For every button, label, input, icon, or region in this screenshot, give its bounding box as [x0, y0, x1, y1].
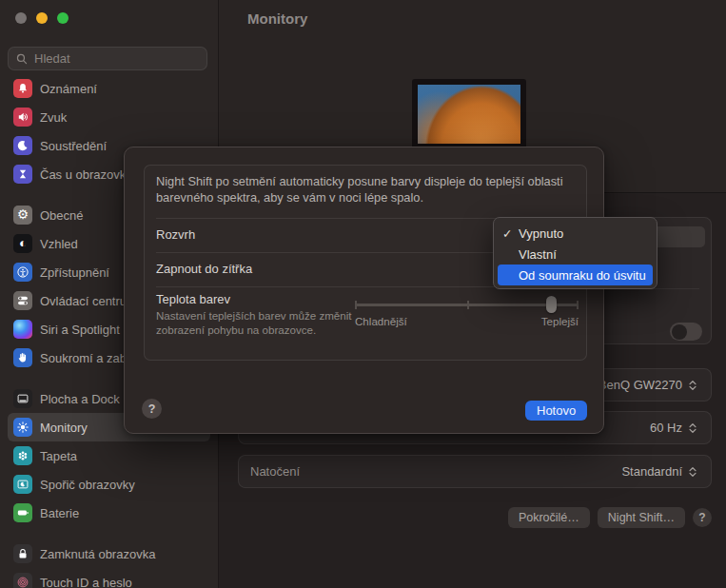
- rotation-row[interactable]: Natočení Standardní: [238, 455, 712, 488]
- sidebar-item-label: Čas u obrazovky: [40, 167, 132, 182]
- toggle-knob: [672, 324, 687, 340]
- display-preview[interactable]: [412, 79, 526, 149]
- done-button[interactable]: Hotovo: [525, 401, 587, 421]
- slider-min-label: Chladnější: [355, 315, 407, 327]
- hand-icon: [13, 348, 32, 367]
- slider-tick: [577, 301, 579, 309]
- lock-icon: [13, 544, 32, 563]
- refresh-rate-value: 60 Hz: [650, 421, 682, 435]
- chevron-up-down-icon[interactable]: [686, 465, 699, 479]
- sidebar-item-label: Baterie: [40, 506, 79, 520]
- sidebar-item-label: Vzhled: [40, 237, 78, 251]
- toggle-switch[interactable]: [670, 323, 702, 341]
- menu-item-vypnuto[interactable]: ✓ Vypnuto: [498, 223, 653, 244]
- close-button[interactable]: [15, 12, 27, 24]
- menu-item-label: Od soumraku do úsvitu: [519, 268, 646, 283]
- help-button[interactable]: ?: [142, 399, 162, 419]
- checkmark-icon: ✓: [502, 226, 519, 241]
- rotation-label: Natočení: [250, 464, 300, 479]
- zoom-button[interactable]: [57, 12, 69, 24]
- menu-item-label: Vlastní: [519, 247, 557, 262]
- sidebar-item-label: Zpřístupnění: [40, 265, 109, 280]
- sidebar-item-label: Tapeta: [40, 449, 77, 463]
- hourglass-icon: [13, 165, 32, 184]
- display-model-value: BenQ GW2270: [598, 378, 682, 392]
- schedule-popup-menu: ✓ Vypnuto Vlastní Od soumraku do úsvitu: [493, 217, 657, 289]
- menu-item-label: Vypnuto: [519, 226, 563, 241]
- sidebar-item-sporic-obrazovky[interactable]: Spořič obrazovky: [8, 470, 210, 499]
- sidebar-item-tapeta[interactable]: Tapeta: [8, 441, 210, 470]
- bell-icon: [13, 79, 32, 98]
- search-placeholder: Hledat: [34, 51, 70, 66]
- accessibility-icon: [13, 263, 32, 282]
- sidebar-item-label: Zvuk: [40, 110, 67, 125]
- sidebar-item-label: Oznámení: [40, 82, 97, 96]
- battery-icon: [13, 503, 32, 522]
- slider-thumb[interactable]: [546, 296, 557, 313]
- night-shift-dialog: Night Shift po setmění automaticky posun…: [124, 147, 604, 434]
- sidebar-item-label: Spořič obrazovky: [40, 478, 135, 492]
- flower-icon: [13, 446, 32, 465]
- sidebar-item-touch-id[interactable]: Touch ID a heslo: [8, 568, 210, 588]
- enable-until-tomorrow-label: Zapnout do zítřka: [156, 262, 252, 276]
- sun-icon: [13, 418, 32, 437]
- screensaver-icon: [13, 475, 32, 494]
- slider-max-label: Teplejší: [541, 315, 579, 327]
- color-temperature-label: Teplota barev: [156, 292, 230, 306]
- speaker-icon: [13, 108, 32, 127]
- menu-item-od-soumraku-do-usvitu[interactable]: Od soumraku do úsvitu: [498, 265, 653, 285]
- minimize-button[interactable]: [36, 12, 48, 24]
- slider-tick: [355, 301, 357, 309]
- sidebar-item-zvuk[interactable]: Zvuk: [8, 103, 210, 131]
- color-temperature-description: Nastavení teplejších barev může změnit z…: [156, 308, 361, 337]
- chevron-up-down-icon[interactable]: [686, 421, 699, 435]
- page-title: Monitory: [247, 10, 307, 27]
- sidebar-item-label: Monitory: [40, 421, 88, 435]
- search-input[interactable]: Hledat: [8, 47, 207, 70]
- sidebar-item-zamknuta-obrazovka[interactable]: Zamknutá obrazovka: [8, 539, 210, 568]
- sidebar-item-oznameni[interactable]: Oznámení: [8, 74, 210, 103]
- slider-labels: Chladnější Teplejší: [355, 315, 579, 327]
- sidebar-item-label: Zamknutá obrazovka: [40, 547, 155, 561]
- contrast-icon: ◐: [13, 234, 32, 253]
- moon-icon: [13, 136, 32, 155]
- gear-icon: ⚙: [13, 206, 32, 225]
- sidebar-item-label: Siri a Spotlight: [40, 323, 120, 337]
- slider-tick: [467, 301, 469, 309]
- advanced-button[interactable]: Pokročilé…: [508, 507, 590, 528]
- system-settings-window: Hledat Oznámení Zvuk Soustředění Čas u o…: [0, 0, 726, 588]
- sidebar-item-label: Soustředění: [40, 139, 107, 153]
- sidebar-item-label: Ovládací centrum: [40, 294, 137, 308]
- dock-icon: [13, 389, 32, 408]
- search-icon: [15, 49, 29, 69]
- sidebar-item-label: Obecné: [40, 208, 84, 223]
- fingerprint-icon: [13, 573, 32, 588]
- sidebar-item-baterie[interactable]: Baterie: [8, 499, 210, 527]
- chevron-up-down-icon[interactable]: [686, 379, 699, 392]
- night-shift-description: Night Shift po setmění automaticky posun…: [156, 174, 575, 206]
- menu-item-vlastni[interactable]: Vlastní: [498, 244, 653, 265]
- night-shift-button[interactable]: Night Shift…: [598, 507, 685, 528]
- traffic-lights: [15, 12, 69, 24]
- help-button[interactable]: ?: [693, 508, 712, 527]
- color-temperature-slider[interactable]: [355, 295, 579, 316]
- sidebar-item-label: Plocha a Dock: [40, 392, 120, 406]
- toggles-icon: [13, 291, 32, 310]
- siri-icon: [13, 320, 32, 339]
- footer-buttons: Pokročilé… Night Shift… ?: [238, 507, 712, 528]
- schedule-label: Rozvrh: [156, 227, 195, 242]
- wallpaper-thumbnail: [418, 85, 520, 144]
- sidebar-item-label: Touch ID a heslo: [40, 576, 132, 588]
- rotation-value: Standardní: [621, 464, 682, 479]
